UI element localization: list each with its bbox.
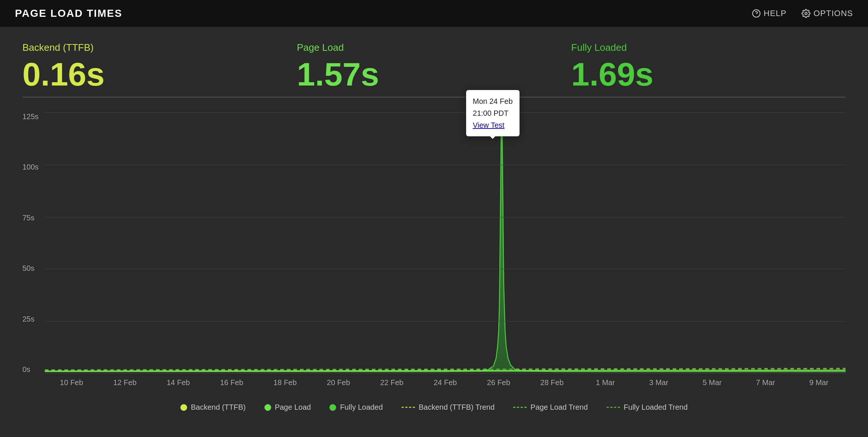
stat-page-load: Page Load 1.57s (297, 42, 571, 97)
tooltip-date: Mon 24 Feb (473, 95, 513, 107)
legend-label-backend-ttfb-trend: Backend (TTFB) Trend (419, 403, 495, 412)
x-label-3mar: 3 Mar (632, 378, 685, 387)
help-label: HELP (764, 9, 787, 18)
legend-dash-page-load-trend (513, 407, 527, 408)
y-label-50: 50s (22, 264, 34, 273)
legend-dash-backend-ttfb-trend (402, 407, 415, 408)
legend-item-backend-ttfb-trend: Backend (TTFB) Trend (402, 403, 495, 412)
legend: Backend (TTFB) Page Load Fully Loaded Ba… (0, 396, 868, 415)
x-label-9mar: 9 Mar (792, 378, 846, 387)
tooltip-time: 21:00 PDT (473, 107, 513, 119)
stat-page-load-label: Page Load (297, 42, 571, 53)
legend-dot-backend-ttfb (180, 404, 187, 411)
options-label: OPTIONS (813, 9, 853, 18)
legend-dash-fully-loaded-trend (607, 407, 620, 408)
stat-backend: Backend (TTFB) 0.16s (22, 42, 297, 97)
legend-item-fully-loaded-trend: Fully Loaded Trend (607, 403, 688, 412)
x-label-5mar: 5 Mar (685, 378, 739, 387)
grid-line-100 (45, 165, 846, 165)
header-actions: HELP OPTIONS (752, 9, 853, 18)
grid-line-75 (45, 217, 846, 217)
options-button[interactable]: OPTIONS (802, 9, 853, 18)
x-label-22feb: 22 Feb (365, 378, 419, 387)
stat-backend-value: 0.16s (22, 58, 297, 91)
x-label-14feb: 14 Feb (152, 378, 205, 387)
x-axis: 10 Feb 12 Feb 14 Feb 16 Feb 18 Feb 20 Fe… (45, 374, 846, 396)
help-icon (752, 9, 761, 18)
x-label-7mar: 7 Mar (739, 378, 792, 387)
stat-backend-label: Backend (TTFB) (22, 42, 297, 53)
tooltip[interactable]: Mon 24 Feb 21:00 PDT View Test (466, 90, 520, 136)
legend-label-backend-ttfb: Backend (TTFB) (191, 403, 246, 412)
x-label-1mar: 1 Mar (579, 378, 632, 387)
legend-label-page-load-trend: Page Load Trend (530, 403, 588, 412)
legend-item-fully-loaded: Fully Loaded (329, 403, 383, 412)
grid-line-50 (45, 269, 846, 269)
gear-icon (802, 9, 810, 18)
legend-item-page-load-trend: Page Load Trend (513, 403, 588, 412)
x-label-18feb: 18 Feb (258, 378, 312, 387)
legend-item-backend-ttfb: Backend (TTFB) (180, 403, 246, 412)
x-label-12feb: 12 Feb (98, 378, 152, 387)
chart-svg (45, 112, 846, 374)
y-axis: 125s 100s 75s 50s 25s 0s (22, 112, 45, 374)
header: PAGE LOAD TIMES HELP OPTIONS (0, 0, 868, 27)
x-label-26feb: 26 Feb (472, 378, 526, 387)
stat-fully-loaded-value: 1.69s (571, 58, 846, 91)
help-button[interactable]: HELP (752, 9, 787, 18)
legend-label-page-load: Page Load (275, 403, 311, 412)
x-label-24feb: 24 Feb (419, 378, 472, 387)
legend-dot-fully-loaded (329, 404, 336, 411)
grid-line-125 (45, 112, 846, 113)
y-label-0: 0s (22, 365, 30, 374)
x-label-10feb: 10 Feb (45, 378, 98, 387)
x-label-16feb: 16 Feb (205, 378, 258, 387)
x-label-28feb: 28 Feb (525, 378, 579, 387)
y-label-25: 25s (22, 315, 34, 323)
y-label-75: 75s (22, 214, 34, 222)
y-label-100: 100s (22, 163, 38, 171)
x-label-20feb: 20 Feb (312, 378, 365, 387)
stat-page-load-value: 1.57s (297, 58, 571, 91)
tooltip-link[interactable]: View Test (473, 121, 505, 129)
stats-row: Backend (TTFB) 0.16s Page Load 1.57s Ful… (0, 27, 868, 105)
chart-area: 125s 100s 75s 50s 25s 0s (22, 112, 846, 396)
legend-label-fully-loaded-trend: Fully Loaded Trend (624, 403, 688, 412)
stat-fully-loaded-label: Fully Loaded (571, 42, 846, 53)
stat-fully-loaded: Fully Loaded 1.69s (571, 42, 846, 97)
svg-point-2 (805, 12, 807, 15)
grid-line-25 (45, 321, 846, 322)
chart-plot: Mon 24 Feb 21:00 PDT View Test (45, 112, 846, 374)
y-label-125: 125s (22, 112, 38, 121)
legend-dot-page-load (264, 404, 271, 411)
legend-item-page-load: Page Load (264, 403, 311, 412)
legend-label-fully-loaded: Fully Loaded (340, 403, 383, 412)
app-title: PAGE LOAD TIMES (15, 7, 123, 19)
